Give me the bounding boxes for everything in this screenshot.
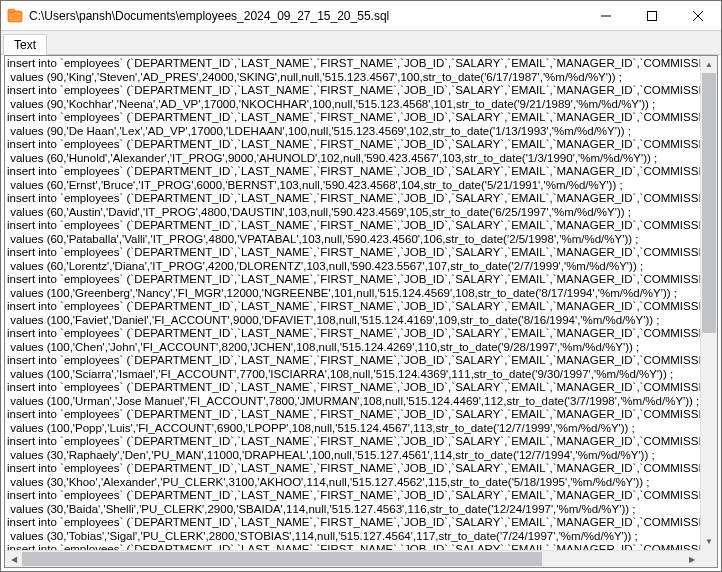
text-line[interactable]: insert into `employees` (`DEPARTMENT_ID`… — [7, 84, 715, 98]
svg-rect-0 — [8, 11, 22, 22]
text-line[interactable]: insert into `employees` (`DEPARTMENT_ID`… — [7, 435, 715, 449]
window-title: C:\Users\pansh\Documents\employees_2024_… — [29, 9, 583, 23]
text-line[interactable]: values (30,'Baida','Shelli','PU_CLERK',2… — [7, 503, 715, 517]
text-line[interactable]: values (60,'Hunold','Alexander','IT_PROG… — [7, 152, 715, 166]
scrollbar-corner — [700, 550, 717, 567]
minimize-button[interactable] — [583, 1, 629, 30]
scroll-left-arrow-icon[interactable]: ◀ — [5, 551, 22, 567]
text-line[interactable]: values (100,'Greenberg','Nancy','FI_MGR'… — [7, 287, 715, 301]
text-line[interactable]: values (100,'Sciarra','Ismael','FI_ACCOU… — [7, 368, 715, 382]
text-line[interactable]: values (90,'De Haan','Lex','AD_VP',17000… — [7, 125, 715, 139]
svg-rect-1 — [8, 9, 15, 12]
svg-rect-3 — [648, 11, 657, 20]
vertical-scroll-thumb[interactable] — [702, 73, 716, 333]
text-line[interactable]: insert into `employees` (`DEPARTMENT_ID`… — [7, 273, 715, 287]
text-line[interactable]: values (60,'Pataballa','Valli','IT_PROG'… — [7, 233, 715, 247]
text-line[interactable]: insert into `employees` (`DEPARTMENT_ID`… — [7, 516, 715, 530]
text-line[interactable]: values (60,'Lorentz','Diana','IT_PROG',4… — [7, 260, 715, 274]
text-line[interactable]: insert into `employees` (`DEPARTMENT_ID`… — [7, 57, 715, 71]
horizontal-scroll-thumb[interactable] — [22, 552, 542, 566]
text-line[interactable]: values (90,'Kochhar','Neena','AD_VP',170… — [7, 98, 715, 112]
text-line[interactable]: insert into `employees` (`DEPARTMENT_ID`… — [7, 354, 715, 368]
text-line[interactable]: insert into `employees` (`DEPARTMENT_ID`… — [7, 300, 715, 314]
content-area: insert into `employees` (`DEPARTMENT_ID`… — [4, 55, 718, 568]
text-line[interactable]: values (60,'Ernst','Bruce','IT_PROG',600… — [7, 179, 715, 193]
text-line[interactable]: insert into `employees` (`DEPARTMENT_ID`… — [7, 462, 715, 476]
maximize-button[interactable] — [629, 1, 675, 30]
text-line[interactable]: values (60,'Austin','David','IT_PROG',48… — [7, 206, 715, 220]
text-line[interactable]: values (30,'Raphaely','Den','PU_MAN',110… — [7, 449, 715, 463]
horizontal-scrollbar[interactable]: ◀ ▶ — [5, 550, 700, 567]
text-line[interactable]: insert into `employees` (`DEPARTMENT_ID`… — [7, 381, 715, 395]
text-line[interactable]: values (100,'Faviet','Daniel','FI_ACCOUN… — [7, 314, 715, 328]
scroll-down-arrow-icon[interactable]: ▼ — [701, 533, 717, 550]
text-content[interactable]: insert into `employees` (`DEPARTMENT_ID`… — [5, 56, 717, 550]
app-icon — [7, 8, 23, 24]
tab-text[interactable]: Text — [3, 34, 47, 55]
text-line[interactable]: insert into `employees` (`DEPARTMENT_ID`… — [7, 219, 715, 233]
text-line[interactable]: insert into `employees` (`DEPARTMENT_ID`… — [7, 111, 715, 125]
text-line[interactable]: insert into `employees` (`DEPARTMENT_ID`… — [7, 246, 715, 260]
tab-bar: Text — [1, 31, 721, 55]
text-line[interactable]: values (30,'Tobias','Sigal','PU_CLERK',2… — [7, 530, 715, 544]
text-line[interactable]: insert into `employees` (`DEPARTMENT_ID`… — [7, 165, 715, 179]
scroll-up-arrow-icon[interactable]: ▲ — [701, 56, 717, 73]
text-line[interactable]: insert into `employees` (`DEPARTMENT_ID`… — [7, 489, 715, 503]
title-bar[interactable]: C:\Users\pansh\Documents\employees_2024_… — [1, 1, 721, 31]
text-line[interactable]: insert into `employees` (`DEPARTMENT_ID`… — [7, 138, 715, 152]
text-line[interactable]: insert into `employees` (`DEPARTMENT_ID`… — [7, 327, 715, 341]
scroll-right-arrow-icon[interactable]: ▶ — [683, 551, 700, 567]
text-line[interactable]: insert into `employees` (`DEPARTMENT_ID`… — [7, 192, 715, 206]
text-line[interactable]: insert into `employees` (`DEPARTMENT_ID`… — [7, 543, 715, 550]
text-line[interactable]: values (100,'Chen','John','FI_ACCOUNT',8… — [7, 341, 715, 355]
text-line[interactable]: values (30,'Khoo','Alexander','PU_CLERK'… — [7, 476, 715, 490]
text-line[interactable]: values (100,'Popp','Luis','FI_ACCOUNT',6… — [7, 422, 715, 436]
text-line[interactable]: insert into `employees` (`DEPARTMENT_ID`… — [7, 408, 715, 422]
text-line[interactable]: values (100,'Urman','Jose Manuel','FI_AC… — [7, 395, 715, 409]
close-button[interactable] — [675, 1, 721, 30]
text-line[interactable]: values (90,'King','Steven','AD_PRES',240… — [7, 71, 715, 85]
vertical-scrollbar[interactable]: ▲ ▼ — [700, 56, 717, 550]
